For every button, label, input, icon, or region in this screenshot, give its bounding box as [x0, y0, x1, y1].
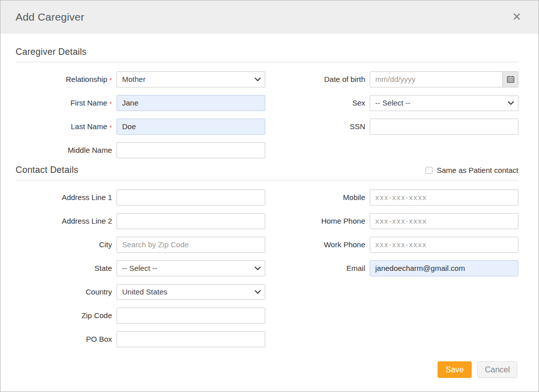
dialog-header: Add Caregiver ✕ [1, 1, 538, 34]
email-input[interactable] [370, 260, 518, 276]
email-label: Email [270, 256, 365, 280]
sex-label: Sex [270, 91, 365, 115]
contact-details-form: Address Line 1 Mobile Address Line 2 Hom… [16, 185, 518, 351]
last-name-label: Last Name* [16, 115, 112, 138]
save-button[interactable]: Save [438, 361, 472, 378]
mobile-label: Mobile [270, 185, 365, 209]
mobile-input[interactable] [370, 189, 518, 206]
address2-input[interactable] [117, 213, 265, 229]
required-asterisk: * [110, 124, 112, 132]
same-as-patient-contact[interactable]: Same as Patient contact [425, 166, 518, 174]
po-box-input[interactable] [117, 331, 265, 347]
divider [16, 62, 518, 62]
relationship-label: Relationship* [16, 67, 112, 91]
cancel-button[interactable]: Cancel [477, 361, 517, 378]
ssn-input[interactable] [370, 119, 518, 135]
address1-input[interactable] [117, 189, 265, 206]
calendar-icon[interactable] [503, 71, 518, 87]
zip-code-input[interactable] [117, 308, 265, 324]
home-phone-label: Home Phone [270, 209, 365, 233]
close-icon[interactable]: ✕ [510, 10, 523, 25]
same-as-patient-checkbox[interactable] [425, 167, 433, 174]
city-label: City [16, 233, 112, 256]
middle-name-label: Middle Name [16, 138, 112, 162]
required-asterisk: * [110, 100, 112, 108]
address2-label: Address Line 2 [16, 209, 112, 233]
work-phone-input[interactable] [370, 237, 518, 253]
work-phone-label: Work Phone [270, 233, 365, 256]
dob-label: Date of birth [270, 67, 365, 91]
caregiver-details-form: Relationship* Mother Date of birth [16, 67, 518, 162]
divider [16, 180, 518, 180]
country-label: Country [16, 280, 112, 304]
dob-input[interactable] [370, 71, 503, 87]
same-as-patient-label: Same as Patient contact [437, 166, 518, 174]
dialog-title: Add Caregiver [16, 11, 84, 23]
country-select[interactable]: United States [117, 284, 265, 300]
contact-details-heading: Contact Details [16, 165, 78, 175]
city-input[interactable] [117, 237, 265, 253]
state-label: State [16, 256, 112, 280]
relationship-select[interactable]: Mother [117, 71, 265, 87]
contact-details-bar: Contact Details Same as Patient contact [16, 165, 518, 180]
zip-code-label: Zip Code [16, 304, 112, 327]
add-caregiver-dialog: Add Caregiver ✕ Caregiver Details Relati… [0, 0, 539, 392]
state-select[interactable]: -- Select -- [117, 260, 265, 276]
dialog-footer: Save Cancel [1, 360, 538, 391]
caregiver-details-heading: Caregiver Details [16, 47, 518, 57]
address1-label: Address Line 1 [16, 185, 112, 209]
first-name-input[interactable] [117, 95, 265, 111]
required-asterisk: * [110, 76, 112, 84]
first-name-label: First Name* [16, 91, 112, 115]
dialog-body: Caregiver Details Relationship* Mother D… [1, 34, 538, 360]
po-box-label: PO Box [16, 327, 112, 351]
sex-select[interactable]: -- Select -- [370, 95, 518, 111]
middle-name-input[interactable] [117, 142, 265, 158]
ssn-label: SSN [270, 115, 365, 138]
home-phone-input[interactable] [370, 213, 518, 229]
last-name-input[interactable] [117, 119, 265, 135]
